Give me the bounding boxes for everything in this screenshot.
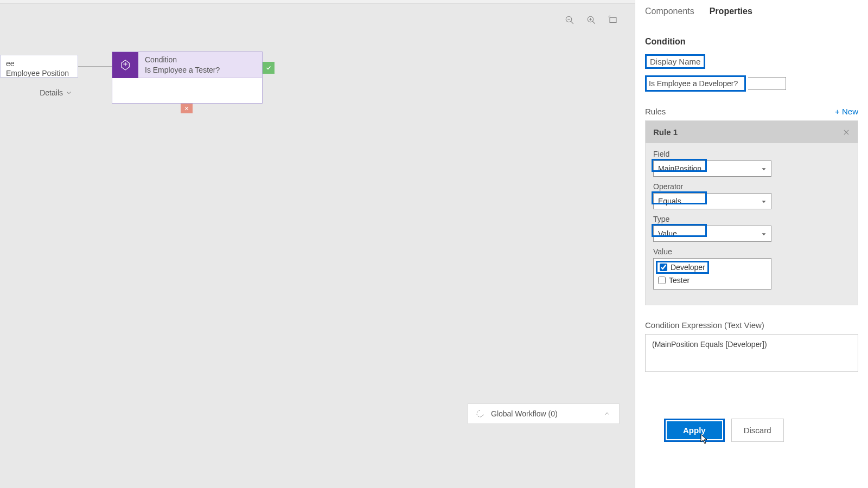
zoom-out-button[interactable] [559, 12, 580, 28]
svg-line-1 [571, 21, 573, 24]
properties-panel: Components Properties Condition Display … [635, 0, 868, 488]
rule-title: Rule 1 [653, 127, 678, 137]
type-label: Type [653, 215, 850, 223]
condition-icon [112, 52, 138, 78]
true-branch-badge[interactable] [263, 62, 275, 74]
value-checkbox-tester[interactable] [658, 277, 666, 284]
tab-properties[interactable]: Properties [710, 7, 752, 16]
condition-title: Is Employee a Tester? [145, 65, 220, 75]
details-toggle[interactable]: Details [0, 85, 78, 100]
operator-label: Operator [653, 182, 850, 191]
operator-select[interactable]: Equals [653, 193, 771, 209]
field-select[interactable]: MainPosition [653, 160, 771, 177]
global-workflow-label: Global Workflow (0) [491, 409, 558, 418]
condition-node[interactable]: Condition Is Employee a Tester? [112, 52, 263, 104]
tab-components[interactable]: Components [645, 7, 694, 16]
apply-button[interactable]: Apply [667, 421, 722, 439]
workflow-canvas[interactable]: ee Employee Position Details Condition I… [0, 4, 635, 488]
entity-title: ee [6, 59, 69, 68]
type-select[interactable]: Value [653, 226, 771, 242]
global-workflow-panel[interactable]: Global Workflow (0) [468, 403, 620, 424]
expression-textview: (MainPosition Equals [Developer]) [645, 334, 858, 372]
rule-card: Rule 1 Field MainPosition Operator Equal… [645, 120, 858, 305]
fit-screen-button[interactable] [602, 12, 624, 28]
zoom-in-button[interactable] [580, 12, 602, 28]
svg-line-4 [592, 21, 595, 24]
value-option-developer[interactable]: Developer [656, 261, 709, 274]
entity-node[interactable]: ee Employee Position [0, 55, 78, 78]
new-rule-button[interactable]: + New [835, 107, 858, 116]
condition-type-label: Condition [145, 55, 220, 65]
close-icon[interactable] [843, 129, 850, 136]
value-checkbox-developer[interactable] [660, 264, 667, 271]
field-label: Field [653, 150, 850, 158]
svg-rect-7 [610, 18, 616, 23]
loading-icon [476, 409, 484, 418]
false-branch-badge[interactable] [181, 104, 193, 113]
connector-line [78, 66, 112, 67]
rules-label: Rules [645, 107, 666, 116]
chevron-up-icon [603, 409, 611, 418]
value-option-tester[interactable]: Tester [658, 275, 767, 286]
discard-button[interactable]: Discard [731, 419, 784, 442]
condition-heading: Condition [635, 21, 868, 52]
expression-label: Condition Expression (Text View) [635, 305, 868, 334]
entity-subtitle: Employee Position [6, 68, 69, 77]
value-label: Value [653, 247, 850, 256]
display-name-input[interactable] [647, 77, 744, 90]
display-name-label: Display Name [645, 54, 705, 69]
value-options: Developer Tester [653, 258, 771, 290]
